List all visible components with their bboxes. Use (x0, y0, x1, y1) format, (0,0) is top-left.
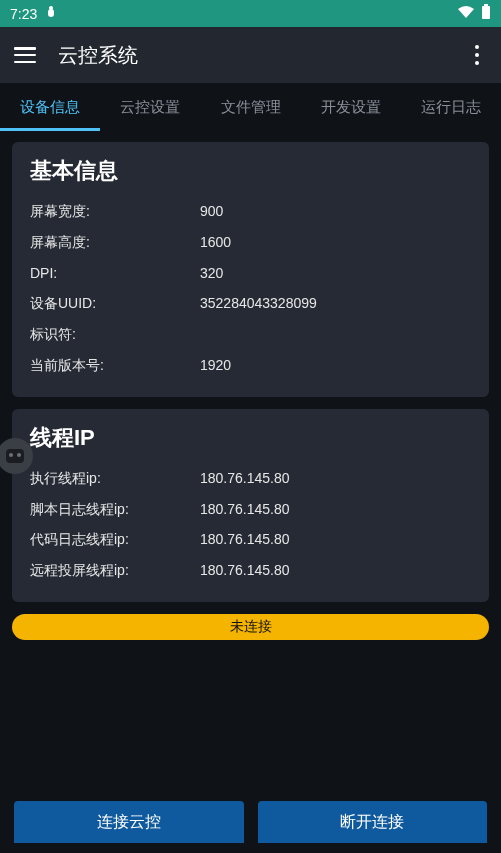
svg-point-1 (49, 6, 53, 10)
tab-bar: 设备信息 云控设置 文件管理 开发设置 运行日志 (0, 83, 501, 131)
value-dpi: 320 (200, 265, 471, 282)
row-remote-cast-thread: 远程投屏线程ip: 180.76.145.80 (30, 555, 471, 586)
battery-icon (481, 4, 491, 23)
thread-ip-title: 线程IP (30, 423, 471, 453)
value-script-log-thread: 180.76.145.80 (200, 501, 471, 518)
basic-info-title: 基本信息 (30, 156, 471, 186)
connection-status-badge: 未连接 (12, 614, 489, 640)
value-version: 1920 (200, 357, 471, 374)
svg-rect-0 (48, 9, 54, 17)
menu-icon[interactable] (14, 47, 36, 63)
label-script-log-thread: 脚本日志线程ip: (30, 501, 200, 518)
app-bar: 云控系统 (0, 27, 501, 83)
svg-rect-3 (484, 4, 488, 6)
status-bar: 7:23 (0, 0, 501, 27)
label-identifier: 标识符: (30, 326, 200, 343)
label-exec-thread: 执行线程ip: (30, 470, 200, 487)
label-code-log-thread: 代码日志线程ip: (30, 531, 200, 548)
value-screen-width: 900 (200, 203, 471, 220)
row-screen-height: 屏幕高度: 1600 (30, 227, 471, 258)
row-version: 当前版本号: 1920 (30, 350, 471, 381)
bottom-button-bar: 连接云控 断开连接 (0, 801, 501, 853)
value-identifier (200, 326, 471, 343)
value-screen-height: 1600 (200, 234, 471, 251)
row-identifier: 标识符: (30, 319, 471, 350)
tab-cloud-settings[interactable]: 云控设置 (100, 83, 200, 131)
row-screen-width: 屏幕宽度: 900 (30, 196, 471, 227)
value-exec-thread: 180.76.145.80 (200, 470, 471, 487)
overflow-menu-icon[interactable] (467, 45, 487, 65)
connect-button[interactable]: 连接云控 (14, 801, 244, 843)
tab-device-info[interactable]: 设备信息 (0, 83, 100, 131)
row-uuid: 设备UUID: 352284043328099 (30, 288, 471, 319)
status-time: 7:23 (10, 6, 37, 22)
value-remote-cast-thread: 180.76.145.80 (200, 562, 471, 579)
row-code-log-thread: 代码日志线程ip: 180.76.145.80 (30, 524, 471, 555)
label-screen-width: 屏幕宽度: (30, 203, 200, 220)
debug-icon (45, 5, 57, 22)
row-exec-thread: 执行线程ip: 180.76.145.80 (30, 463, 471, 494)
basic-info-card: 基本信息 屏幕宽度: 900 屏幕高度: 1600 DPI: 320 设备UUI… (12, 142, 489, 397)
row-script-log-thread: 脚本日志线程ip: 180.76.145.80 (30, 494, 471, 525)
label-uuid: 设备UUID: (30, 295, 200, 312)
content-area: 基本信息 屏幕宽度: 900 屏幕高度: 1600 DPI: 320 设备UUI… (0, 131, 501, 651)
label-version: 当前版本号: (30, 357, 200, 374)
tab-dev-settings[interactable]: 开发设置 (301, 83, 401, 131)
disconnect-button[interactable]: 断开连接 (258, 801, 488, 843)
value-code-log-thread: 180.76.145.80 (200, 531, 471, 548)
wifi-icon (457, 5, 475, 22)
row-dpi: DPI: 320 (30, 258, 471, 289)
label-remote-cast-thread: 远程投屏线程ip: (30, 562, 200, 579)
thread-ip-card: 线程IP 执行线程ip: 180.76.145.80 脚本日志线程ip: 180… (12, 409, 489, 602)
tab-indicator (0, 128, 100, 131)
value-uuid: 352284043328099 (200, 295, 471, 312)
svg-rect-2 (482, 6, 490, 19)
tab-run-log[interactable]: 运行日志 (401, 83, 501, 131)
app-title: 云控系统 (58, 42, 445, 69)
label-screen-height: 屏幕高度: (30, 234, 200, 251)
label-dpi: DPI: (30, 265, 200, 282)
tab-file-management[interactable]: 文件管理 (200, 83, 300, 131)
